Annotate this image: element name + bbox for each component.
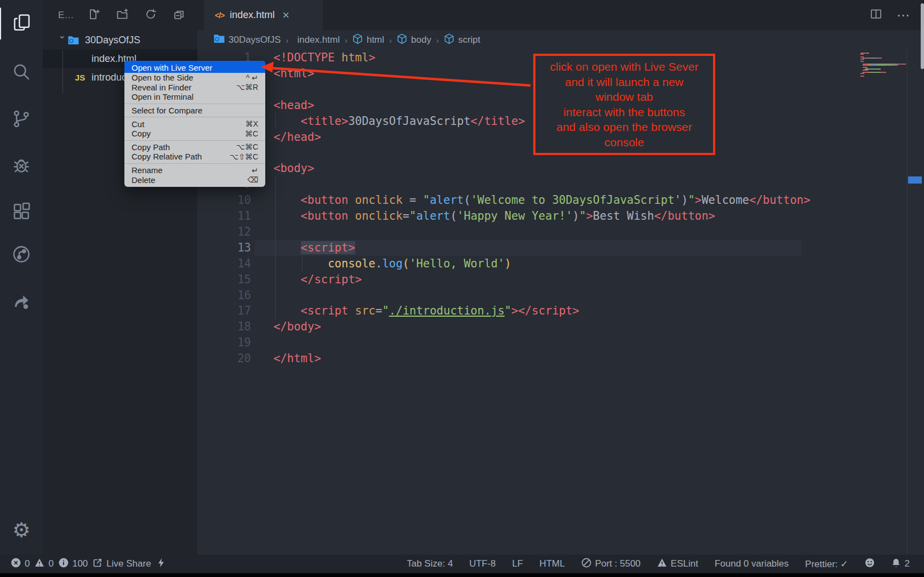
code-token: ) <box>573 209 579 222</box>
code-token: <html> <box>273 67 314 80</box>
minimap-line <box>876 65 886 66</box>
breadcrumb-label: index.html <box>297 35 339 45</box>
folder-label: 30DaysOfJS <box>85 35 140 46</box>
activity-bar-item-extensions[interactable] <box>0 197 43 228</box>
new-folder-icon[interactable] <box>116 8 129 23</box>
activity-bar-item-live-share[interactable] <box>0 285 43 317</box>
code-line-14: console.log('Hello, World') <box>273 256 511 272</box>
extensions-icon <box>11 201 32 224</box>
code-token: <title> <box>301 115 349 128</box>
status-port-5500[interactable]: Port : 5500 <box>581 558 641 570</box>
breadcrumb-separator: › <box>389 36 392 45</box>
menu-item-open-in-terminal[interactable]: Open in Terminal <box>124 92 265 102</box>
folder-row-30daysofjs[interactable]: › 30DaysOfJS <box>43 31 197 49</box>
breadcrumb-item-html[interactable]: html <box>352 33 384 47</box>
menu-item-rename[interactable]: Rename↵ <box>124 165 265 175</box>
code-token: 30DaysOfJavaScript <box>348 115 470 128</box>
activity-bar-item-gitlens[interactable] <box>0 239 43 271</box>
menu-item-select-for-compare[interactable]: Select for Compare <box>124 106 265 116</box>
menu-item-copy-path[interactable]: Copy Path⌥⌘C <box>124 142 265 152</box>
menu-item-label: Copy Path <box>132 142 170 152</box>
breadcrumb-separator: › <box>345 36 347 45</box>
minimap-line <box>867 58 877 59</box>
status-100[interactable]: 100 <box>59 558 88 570</box>
breadcrumb-label: 30DaysOfJS <box>229 35 281 45</box>
status-label: 0 <box>48 558 53 569</box>
activity-bar-item-run-and-debug[interactable] <box>0 150 43 182</box>
status-label: Prettier: ✓ <box>805 558 848 570</box>
activity-bar-item-source-control[interactable] <box>0 104 43 136</box>
status-prettier-✓[interactable]: Prettier: ✓ <box>805 558 848 570</box>
menu-item-label: Select for Compare <box>132 106 202 115</box>
split-editor-icon[interactable] <box>870 8 882 22</box>
status-0[interactable]: 0 <box>35 558 53 570</box>
menu-item-cut[interactable]: Cut⌘X <box>124 119 265 129</box>
code-token: " <box>382 304 389 317</box>
code-token: alert <box>430 193 464 207</box>
status-tab-size-4[interactable]: Tab Size: 4 <box>407 558 453 569</box>
minimap[interactable] <box>860 53 908 80</box>
status-smiley-icon[interactable] <box>865 558 875 570</box>
status-2[interactable]: 2 <box>891 558 910 570</box>
code-token: </body> <box>273 320 321 333</box>
error-icon <box>11 558 21 570</box>
code-token <box>273 209 301 222</box>
menu-item-delete[interactable]: Delete⌫ <box>124 175 265 185</box>
breadcrumb: 30DaysOfJS›index.html›html›body›script <box>214 31 481 49</box>
new-file-icon[interactable] <box>87 8 100 23</box>
collapse-all-icon[interactable] <box>173 8 186 23</box>
annotation-line: and also open the browser <box>556 119 692 135</box>
menu-item-shortcut: ⌥⌘R <box>236 83 258 92</box>
minimap-line <box>893 65 898 66</box>
code-line-4: <head> <box>273 98 314 113</box>
code-token: = <box>403 193 423 207</box>
status-utf-8[interactable]: UTF-8 <box>469 558 495 569</box>
more-actions-icon[interactable]: ⋯ <box>897 8 911 23</box>
breadcrumb-label: script <box>458 35 481 45</box>
menu-separator <box>124 140 265 141</box>
code-token <box>273 257 328 270</box>
activity-bar-item-search[interactable] <box>0 57 43 89</box>
status-0[interactable]: 0 <box>11 558 30 570</box>
code-token: ( <box>450 209 457 222</box>
close-icon[interactable]: × <box>282 8 289 22</box>
status-eslint[interactable]: ESLint <box>657 558 698 570</box>
warning-icon <box>35 558 44 570</box>
status-live-share[interactable]: Live Share <box>93 558 151 570</box>
status-bolt-icon[interactable] <box>156 558 166 570</box>
refresh-icon[interactable] <box>144 8 157 23</box>
breadcrumb-item-index.html[interactable]: index.html <box>293 35 339 45</box>
code-token: ./introduction.js <box>389 304 505 317</box>
live-share-icon <box>11 290 32 313</box>
status-lf[interactable]: LF <box>512 558 523 569</box>
minimap-line <box>877 58 881 59</box>
tree-indent-guide <box>62 50 63 93</box>
menu-item-copy[interactable]: Copy⌘C <box>124 129 265 139</box>
breadcrumb-item-script[interactable]: script <box>444 33 481 47</box>
menu-item-open-to-the-side[interactable]: Open to the Side^ ↵ <box>124 73 265 83</box>
status-found-0-variables[interactable]: Found 0 variables <box>715 558 789 569</box>
minimap-line <box>860 73 864 74</box>
activity-bar: ⚙ <box>0 0 43 555</box>
menu-item-copy-relative-path[interactable]: Copy Relative Path⌥⇧⌘C <box>124 152 265 162</box>
menu-item-reveal-in-finder[interactable]: Reveal in Finder⌥⌘R <box>124 83 265 93</box>
menu-item-open-with-live-server[interactable]: Open with Live Server <box>124 61 265 73</box>
code-token <box>273 273 301 286</box>
code-token: = <box>403 209 409 222</box>
tab-index-html[interactable]: </> index.html × <box>204 0 323 30</box>
code-token <box>273 304 301 317</box>
editor-scrollbar[interactable] <box>921 3 924 69</box>
line-number: 12 <box>219 224 251 240</box>
breadcrumb-item-body[interactable]: body <box>397 33 431 47</box>
breadcrumb-item-30DaysOfJS[interactable]: 30DaysOfJS <box>214 34 281 46</box>
info-icon <box>59 558 69 570</box>
activity-bar-item-explorer[interactable] <box>0 8 44 39</box>
code-token: " <box>409 209 416 222</box>
code-token: 'Hello, World' <box>409 257 505 270</box>
code-token: </title> <box>471 115 525 128</box>
code-line-10: <button onclick = "alert('Welcome to 30D… <box>273 192 811 208</box>
status-html[interactable]: HTML <box>539 558 564 569</box>
minimap-line <box>863 65 867 66</box>
activity-bar-item-manage[interactable]: ⚙ <box>0 514 43 546</box>
symbol-cube-icon <box>397 33 407 47</box>
